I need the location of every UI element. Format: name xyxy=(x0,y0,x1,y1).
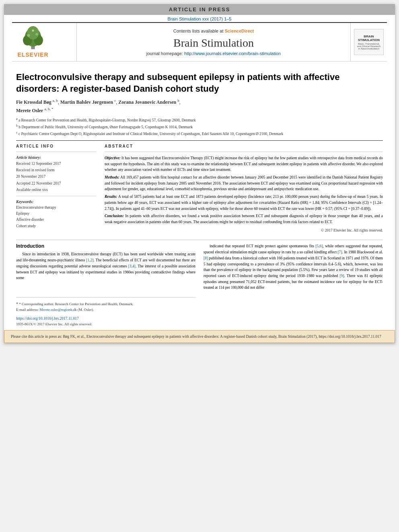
journal-ref-text: Brain Stimulation xxx (2017) 1–5 xyxy=(168,16,232,21)
abstract-col: ABSTRACT Objective: It has been suggeste… xyxy=(105,144,383,234)
aip-banner-text: ARTICLE IN PRESS xyxy=(169,6,230,12)
intro-para-1: Since its introduction in 1938, Electroc… xyxy=(16,251,195,281)
elsevier-label: ELSEVIER xyxy=(17,51,48,58)
elsevier-logo: ELSEVIER xyxy=(17,26,49,58)
abstract-results: Results: A total of 5875 patients had at… xyxy=(105,194,383,212)
conclusion-text: In patients with affective disorders, we… xyxy=(105,214,383,224)
ref-1-2[interactable]: [1,2] xyxy=(86,258,93,262)
affiliations: a a Research Center for Prevention and H… xyxy=(16,117,383,137)
intro-text-2: indicated that repeated ECT might protec… xyxy=(204,243,383,291)
history-accepted: Accepted 22 November 2017 xyxy=(16,181,97,186)
contents-line: Contents lists available at ScienceDirec… xyxy=(173,29,254,33)
author-2: Martin Balslev Jørgensen xyxy=(60,99,113,105)
email-link[interactable]: Merete.osler@regionh.dk xyxy=(39,308,76,312)
history-revised-label: Received in revised form xyxy=(16,167,97,173)
methods-label: Methods: xyxy=(105,175,119,179)
intro-para-2: indicated that repeated ECT might protec… xyxy=(204,243,383,291)
svg-point-7 xyxy=(32,29,34,32)
doi-link[interactable]: https://doi.org/10.1016/j.brs.2017.11.01… xyxy=(16,316,79,320)
affil-1: a a Research Center for Prevention and H… xyxy=(16,117,383,123)
ref-8[interactable]: [8] xyxy=(204,256,208,260)
affil-3: c c Psychiatric Centre Copenhagen Dept O… xyxy=(16,130,383,137)
history-received: Received 12 September 2017 xyxy=(16,161,97,166)
aip-banner: ARTICLE IN PRESS xyxy=(4,4,395,15)
abstract-objective: Objective: It has been suggested that El… xyxy=(105,155,383,173)
issn-line: 1935-861X/© 2017 Elsevier Inc. All right… xyxy=(16,322,195,326)
author-4: Merete Osler xyxy=(16,108,43,113)
brain-stim-logo-text: BRAINSTIMULATION xyxy=(358,35,380,42)
journal-homepage: journal homepage: http://www.journals.el… xyxy=(146,51,281,56)
results-label: Results: xyxy=(105,195,117,199)
body-columns: Introduction Since its introduction in 1… xyxy=(16,243,383,326)
author-1-sup: a, b xyxy=(53,99,58,103)
article-info-heading: ARTICLE INFO xyxy=(16,144,97,148)
conclusion-label: Conclusion: xyxy=(105,214,124,218)
history-revised-date: 20 November 2017 xyxy=(16,174,97,179)
article-info-col: ARTICLE INFO Article history: Received 1… xyxy=(16,144,97,234)
article-title: Electroconvulsive therapy and subsequent… xyxy=(16,72,383,94)
abstract-methods: Methods: All 169,457 patients with first… xyxy=(105,175,383,192)
email-suffix: (M. Osler). xyxy=(78,308,94,312)
keyword-3: Affective disorder xyxy=(16,217,97,223)
footnote-email: E-mail address: Merete.osler@regionh.dk … xyxy=(16,307,195,313)
objective-text: It has been suggested that Electroconvul… xyxy=(105,156,383,172)
svg-point-4 xyxy=(27,26,39,39)
author-2-sup: c xyxy=(114,99,116,103)
divider-1 xyxy=(16,140,383,141)
abstract-conclusion: Conclusion: In patients with affective d… xyxy=(105,213,383,225)
homepage-label: journal homepage: xyxy=(146,51,183,56)
citation-bar: Please cite this article in press as: Bø… xyxy=(4,330,395,343)
objective-label: Objective: xyxy=(105,156,121,160)
footnote-corresponding: * * Corresponding author. Research Cente… xyxy=(16,301,195,307)
keyword-4: Cohort study xyxy=(16,223,97,229)
sciencedirect-link[interactable]: ScienceDirect xyxy=(225,29,254,33)
author-3: Zorana Jovanovic Andersen xyxy=(118,99,176,105)
footnote-divider xyxy=(16,297,195,298)
divider-2 xyxy=(16,152,97,152)
copyright: © 2017 Elsevier Inc. All rights reserved… xyxy=(105,228,383,234)
abstract-heading: ABSTRACT xyxy=(105,144,383,148)
keyword-1: Electroconvulsive therapy xyxy=(16,205,97,211)
author-3-sup: b xyxy=(177,99,179,103)
ref-7[interactable]: [7] xyxy=(337,250,342,254)
body-right: indicated that repeated ECT might protec… xyxy=(204,243,383,326)
elsevier-logo-area: ELSEVIER xyxy=(12,23,76,61)
homepage-url[interactable]: http://www.journals.elsevier.com/brain-s… xyxy=(184,51,281,56)
doi-line: https://doi.org/10.1016/j.brs.2017.11.01… xyxy=(16,314,195,321)
page: ARTICLE IN PRESS Brain Stimulation xxx (… xyxy=(4,4,395,343)
brain-stim-logo: BRAINSTIMULATION Basic, Translational,an… xyxy=(354,29,384,55)
journal-title: Brain Stimulation xyxy=(173,37,254,49)
journal-header-center: Contents lists available at ScienceDirec… xyxy=(76,23,351,61)
elsevier-tree-icon xyxy=(17,26,49,50)
author-1: Fie Krossdal Bøg xyxy=(16,99,51,105)
svg-point-5 xyxy=(27,34,30,37)
introduction-section: Introduction Since its introduction in 1… xyxy=(16,240,383,326)
body-left: Introduction Since its introduction in 1… xyxy=(16,243,195,326)
results-text: A total of 5875 patients had at least on… xyxy=(105,195,383,210)
main-content: Electroconvulsive therapy and subsequent… xyxy=(4,62,395,330)
ref-9[interactable]: [9] xyxy=(339,274,344,278)
author-4-sup: a, b, * xyxy=(44,107,53,111)
history-label: Article history: xyxy=(16,155,97,160)
contents-text: Contents lists available at xyxy=(173,29,224,33)
keyword-2: Epilepsy xyxy=(16,211,97,217)
affil-2: b b Department of Public Health, Univers… xyxy=(16,123,383,130)
ref-5-6[interactable]: [5,6] xyxy=(315,244,323,248)
divider-4 xyxy=(105,152,383,152)
intro-heading: Introduction xyxy=(16,243,195,249)
footnote-star-icon: * xyxy=(16,302,18,306)
divider-3 xyxy=(16,196,97,196)
footnote-corresponding-text: * Corresponding author. Research Center … xyxy=(19,302,133,306)
journal-header: ELSEVIER Contents lists available at Sci… xyxy=(12,22,387,62)
methods-text: All 169,457 patients with first hospital… xyxy=(105,175,383,191)
history-online: Available online xxx xyxy=(16,187,97,193)
journal-ref: Brain Stimulation xxx (2017) 1–5 xyxy=(4,15,395,22)
divider-5 xyxy=(16,240,383,240)
svg-point-6 xyxy=(35,33,38,35)
ref-3-4[interactable]: [3,4] xyxy=(128,264,136,268)
footnote-area: * * Corresponding author. Research Cente… xyxy=(16,297,195,326)
keywords-label: Keywords: xyxy=(16,199,97,204)
brain-stim-logo-sub: Basic, Translational,and Clinical Resear… xyxy=(357,43,380,50)
abstract-text: Objective: It has been suggested that El… xyxy=(105,155,383,234)
journal-logo-area: BRAINSTIMULATION Basic, Translational,an… xyxy=(351,23,387,61)
